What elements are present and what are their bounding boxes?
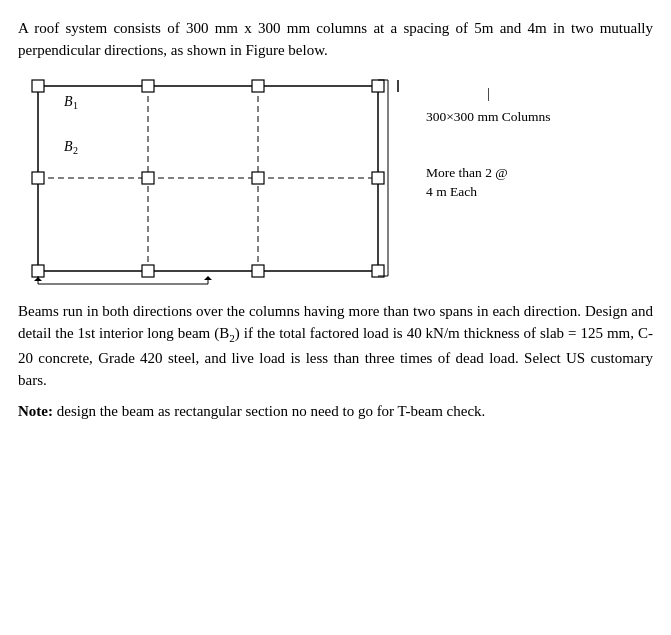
note-section: Note: design the beam as rectangular sec… — [18, 400, 653, 423]
svg-rect-5 — [142, 80, 154, 92]
more-than-2-annotation: More than 2 @ — [426, 164, 551, 183]
svg-text:1: 1 — [73, 100, 78, 111]
svg-rect-4 — [32, 80, 44, 92]
body-text: Beams run in both directions over the co… — [18, 300, 653, 392]
svg-rect-7 — [372, 80, 384, 92]
svg-text:2: 2 — [73, 145, 78, 156]
svg-rect-10 — [252, 172, 264, 184]
svg-rect-12 — [32, 265, 44, 277]
svg-rect-15 — [372, 265, 384, 277]
svg-rect-14 — [252, 265, 264, 277]
svg-rect-11 — [372, 172, 384, 184]
svg-marker-24 — [34, 277, 42, 281]
svg-rect-6 — [252, 80, 264, 92]
svg-rect-9 — [142, 172, 154, 184]
note-label: Note: — [18, 403, 53, 419]
four-m-each-annotation: 4 m Each — [426, 183, 551, 202]
note-body: design the beam as rectangular section n… — [53, 403, 485, 419]
column-annotation: 300×300 mm Columns — [426, 108, 551, 127]
svg-rect-8 — [32, 172, 44, 184]
figure-annotations: | 300×300 mm Columns More than 2 @ 4 m E… — [416, 76, 551, 203]
problem-intro: A roof system consists of 300 mm x 300 m… — [18, 18, 653, 62]
svg-text:B: B — [64, 94, 73, 109]
svg-marker-25 — [204, 276, 212, 280]
svg-rect-13 — [142, 265, 154, 277]
figure-container: B 1 B 2 More than 3 @ 5 m each | — [26, 76, 653, 286]
figure-diagram: B 1 B 2 More than 3 @ 5 m each — [26, 76, 416, 286]
svg-text:B: B — [64, 139, 73, 154]
